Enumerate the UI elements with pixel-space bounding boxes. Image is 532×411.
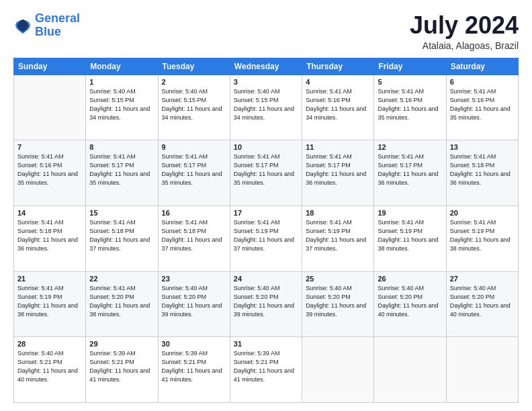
- day-number: 21: [17, 275, 82, 283]
- day-number: 25: [306, 275, 370, 283]
- sunrise-text: Sunrise: 5:40 AM: [306, 284, 370, 293]
- day-info: Sunrise: 5:41 AM Sunset: 5:19 PM Dayligh…: [234, 218, 298, 253]
- day-info: Sunrise: 5:41 AM Sunset: 5:17 PM Dayligh…: [162, 152, 226, 187]
- sunrise-text: Sunrise: 5:41 AM: [306, 152, 370, 161]
- calendar-cell: 25 Sunrise: 5:40 AM Sunset: 5:20 PM Dayl…: [302, 271, 374, 337]
- sunset-text: Sunset: 5:20 PM: [162, 293, 226, 302]
- calendar-week-row: 7 Sunrise: 5:41 AM Sunset: 5:16 PM Dayli…: [14, 140, 519, 206]
- day-number: 18: [306, 209, 370, 217]
- logo: General Blue: [13, 12, 80, 39]
- sunset-text: Sunset: 5:21 PM: [234, 358, 298, 367]
- sunset-text: Sunset: 5:19 PM: [234, 227, 298, 236]
- calendar-header-row: SundayMondayTuesdayWednesdayThursdayFrid…: [14, 58, 519, 75]
- sunset-text: Sunset: 5:17 PM: [89, 161, 154, 170]
- calendar-week-row: 1 Sunrise: 5:40 AM Sunset: 5:15 PM Dayli…: [14, 75, 519, 140]
- sunset-text: Sunset: 5:15 PM: [89, 96, 154, 105]
- day-info: Sunrise: 5:39 AM Sunset: 5:21 PM Dayligh…: [89, 349, 154, 384]
- day-number: 6: [450, 78, 515, 86]
- calendar-cell: 20 Sunrise: 5:41 AM Sunset: 5:19 PM Dayl…: [446, 205, 518, 271]
- calendar-cell: 13 Sunrise: 5:41 AM Sunset: 5:18 PM Dayl…: [446, 140, 518, 206]
- daylight-text: Daylight: 11 hours and 35 minutes.: [17, 170, 82, 187]
- day-number: 4: [306, 78, 370, 86]
- calendar-cell: 15 Sunrise: 5:41 AM Sunset: 5:18 PM Dayl…: [86, 205, 158, 271]
- title-block: July 2024 Atalaia, Alagoas, Brazil: [410, 12, 519, 51]
- sunrise-text: Sunrise: 5:41 AM: [378, 218, 442, 227]
- sunrise-text: Sunrise: 5:40 AM: [450, 284, 515, 293]
- daylight-text: Daylight: 11 hours and 38 minutes.: [450, 236, 515, 253]
- day-info: Sunrise: 5:41 AM Sunset: 5:18 PM Dayligh…: [17, 218, 82, 253]
- daylight-text: Daylight: 11 hours and 35 minutes.: [89, 170, 154, 187]
- day-number: 13: [450, 143, 515, 151]
- day-info: Sunrise: 5:41 AM Sunset: 5:17 PM Dayligh…: [89, 152, 154, 187]
- calendar-week-row: 14 Sunrise: 5:41 AM Sunset: 5:18 PM Dayl…: [14, 205, 519, 271]
- day-number: 12: [378, 143, 442, 151]
- daylight-text: Daylight: 11 hours and 38 minutes.: [17, 302, 82, 319]
- daylight-text: Daylight: 11 hours and 37 minutes.: [162, 236, 226, 253]
- daylight-text: Daylight: 11 hours and 36 minutes.: [306, 170, 370, 187]
- daylight-text: Daylight: 11 hours and 35 minutes.: [378, 105, 442, 122]
- calendar-cell: 19 Sunrise: 5:41 AM Sunset: 5:19 PM Dayl…: [374, 205, 446, 271]
- sunset-text: Sunset: 5:18 PM: [450, 161, 515, 170]
- day-header-tuesday: Tuesday: [158, 58, 230, 75]
- calendar-cell: 2 Sunrise: 5:40 AM Sunset: 5:15 PM Dayli…: [158, 75, 230, 140]
- day-header-sunday: Sunday: [14, 58, 86, 75]
- sunrise-text: Sunrise: 5:41 AM: [378, 152, 442, 161]
- day-info: Sunrise: 5:41 AM Sunset: 5:17 PM Dayligh…: [306, 152, 370, 187]
- logo-line1: General: [35, 11, 80, 25]
- daylight-text: Daylight: 11 hours and 38 minutes.: [378, 236, 442, 253]
- day-info: Sunrise: 5:40 AM Sunset: 5:20 PM Dayligh…: [162, 284, 226, 319]
- daylight-text: Daylight: 11 hours and 36 minutes.: [450, 170, 515, 187]
- calendar-cell: 28 Sunrise: 5:40 AM Sunset: 5:21 PM Dayl…: [14, 337, 86, 403]
- day-number: 30: [162, 340, 226, 348]
- day-number: 29: [89, 340, 154, 348]
- calendar-cell: [14, 75, 86, 140]
- calendar-table: SundayMondayTuesdayWednesdayThursdayFrid…: [13, 58, 519, 403]
- day-header-monday: Monday: [86, 58, 158, 75]
- calendar-cell: 1 Sunrise: 5:40 AM Sunset: 5:15 PM Dayli…: [86, 75, 158, 140]
- day-number: 20: [450, 209, 515, 217]
- sunrise-text: Sunrise: 5:40 AM: [162, 284, 226, 293]
- sunrise-text: Sunrise: 5:41 AM: [306, 218, 370, 227]
- day-info: Sunrise: 5:40 AM Sunset: 5:15 PM Dayligh…: [162, 87, 226, 122]
- day-number: 22: [89, 275, 154, 283]
- sunset-text: Sunset: 5:16 PM: [17, 161, 82, 170]
- sunset-text: Sunset: 5:17 PM: [306, 161, 370, 170]
- day-info: Sunrise: 5:41 AM Sunset: 5:16 PM Dayligh…: [306, 87, 370, 122]
- calendar-cell: 3 Sunrise: 5:40 AM Sunset: 5:15 PM Dayli…: [230, 75, 302, 140]
- logo-text: General Blue: [35, 12, 80, 39]
- day-number: 31: [234, 340, 298, 348]
- sunset-text: Sunset: 5:21 PM: [162, 358, 226, 367]
- day-number: 15: [89, 209, 154, 217]
- day-header-saturday: Saturday: [446, 58, 518, 75]
- sunrise-text: Sunrise: 5:41 AM: [234, 152, 298, 161]
- calendar-week-row: 21 Sunrise: 5:41 AM Sunset: 5:19 PM Dayl…: [14, 271, 519, 337]
- sunset-text: Sunset: 5:20 PM: [450, 293, 515, 302]
- day-number: 14: [17, 209, 82, 217]
- sunrise-text: Sunrise: 5:39 AM: [234, 349, 298, 358]
- day-info: Sunrise: 5:41 AM Sunset: 5:19 PM Dayligh…: [450, 218, 515, 253]
- daylight-text: Daylight: 11 hours and 35 minutes.: [450, 105, 515, 122]
- day-info: Sunrise: 5:41 AM Sunset: 5:19 PM Dayligh…: [378, 218, 442, 253]
- sunrise-text: Sunrise: 5:41 AM: [450, 152, 515, 161]
- sunset-text: Sunset: 5:18 PM: [17, 227, 82, 236]
- daylight-text: Daylight: 11 hours and 40 minutes.: [450, 302, 515, 319]
- calendar-cell: 11 Sunrise: 5:41 AM Sunset: 5:17 PM Dayl…: [302, 140, 374, 206]
- sunset-text: Sunset: 5:20 PM: [234, 293, 298, 302]
- daylight-text: Daylight: 11 hours and 34 minutes.: [306, 105, 370, 122]
- sunset-text: Sunset: 5:20 PM: [89, 293, 154, 302]
- day-info: Sunrise: 5:40 AM Sunset: 5:20 PM Dayligh…: [306, 284, 370, 319]
- sunset-text: Sunset: 5:20 PM: [306, 293, 370, 302]
- daylight-text: Daylight: 11 hours and 39 minutes.: [162, 302, 226, 319]
- calendar-cell: 12 Sunrise: 5:41 AM Sunset: 5:17 PM Dayl…: [374, 140, 446, 206]
- calendar-cell: [302, 337, 374, 403]
- sunset-text: Sunset: 5:19 PM: [378, 227, 442, 236]
- calendar-cell: 22 Sunrise: 5:41 AM Sunset: 5:20 PM Dayl…: [86, 271, 158, 337]
- calendar-cell: 23 Sunrise: 5:40 AM Sunset: 5:20 PM Dayl…: [158, 271, 230, 337]
- sunrise-text: Sunrise: 5:41 AM: [89, 284, 154, 293]
- logo-icon: [13, 16, 32, 35]
- calendar-cell: 10 Sunrise: 5:41 AM Sunset: 5:17 PM Dayl…: [230, 140, 302, 206]
- day-number: 27: [450, 275, 515, 283]
- daylight-text: Daylight: 11 hours and 37 minutes.: [306, 236, 370, 253]
- sunrise-text: Sunrise: 5:41 AM: [378, 87, 442, 96]
- sunrise-text: Sunrise: 5:39 AM: [89, 349, 154, 358]
